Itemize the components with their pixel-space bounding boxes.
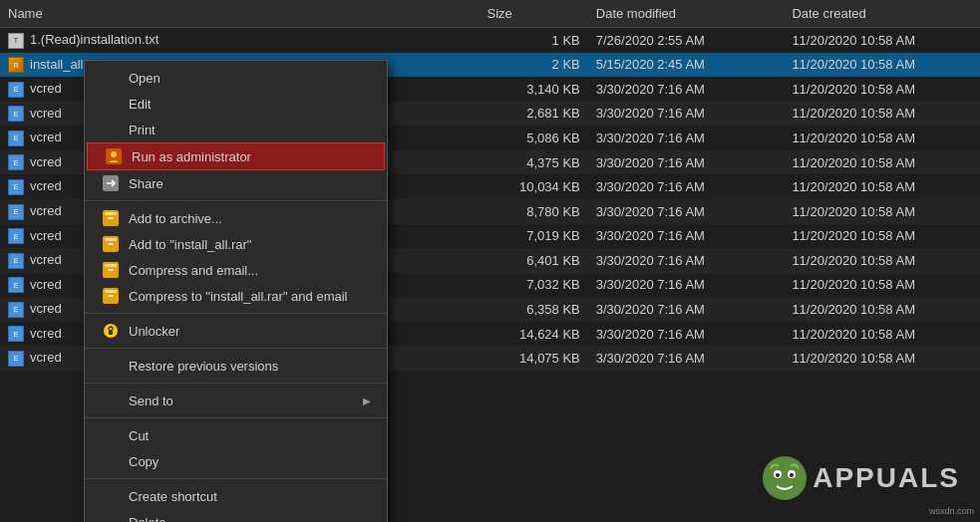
file-modified: 7/26/2020 2:55 AM: [588, 28, 785, 53]
archive-icon: [103, 210, 119, 226]
svg-rect-16: [109, 330, 113, 335]
menu-separator: [85, 313, 387, 314]
file-size: 6,401 KB: [480, 248, 588, 273]
submenu-arrow: ▶: [363, 395, 371, 406]
file-created: 11/20/2020 10:58 AM: [784, 199, 980, 224]
file-created: 11/20/2020 10:58 AM: [784, 346, 980, 371]
col-header-name[interactable]: Name: [0, 0, 480, 28]
menu-separator: [85, 417, 387, 418]
menu-item-label: Unlocker: [129, 324, 371, 339]
menu-item-icon: [101, 288, 121, 304]
context-menu-item-delete[interactable]: Delete: [85, 509, 387, 522]
context-menu-item-send-to[interactable]: Send to▶: [85, 388, 387, 413]
file-icon-exe: E: [8, 326, 24, 342]
menu-item-icon: [101, 96, 121, 112]
file-created: 11/20/2020 10:58 AM: [784, 248, 980, 273]
svg-rect-8: [108, 243, 114, 245]
file-modified: 3/30/2020 7:16 AM: [588, 102, 785, 127]
menu-item-label: Create shortcut: [129, 489, 371, 504]
file-size: 2,681 KB: [480, 102, 588, 127]
file-size: 14,075 KB: [480, 346, 588, 371]
menu-item-label: Delete: [129, 515, 371, 523]
menu-item-label: Add to "install_all.rar": [129, 237, 371, 252]
file-size: 1 KB: [480, 28, 588, 53]
menu-item-label: Cut: [129, 428, 371, 443]
context-menu-item-run-admin[interactable]: Run as administrator: [87, 142, 385, 170]
menu-item-icon: [101, 236, 121, 252]
file-modified: 3/30/2020 7:16 AM: [588, 126, 785, 150]
archive-icon: [103, 236, 119, 252]
col-header-created[interactable]: Date created: [784, 0, 980, 28]
wsxdn-label: wsxdn.com: [929, 506, 974, 516]
file-created: 11/20/2020 10:58 AM: [784, 28, 980, 53]
menu-item-icon: [101, 122, 121, 137]
file-modified: 3/30/2020 7:16 AM: [588, 273, 785, 298]
unlocker-icon: [103, 323, 119, 339]
watermark: APPUALS: [761, 454, 960, 502]
context-menu-item-compress-email[interactable]: Compress and email...: [85, 257, 387, 283]
file-size: 6,358 KB: [480, 297, 588, 322]
context-menu-item-add-archive[interactable]: Add to archive...: [85, 205, 387, 231]
file-icon-exe: E: [8, 130, 24, 146]
file-icon-exe: E: [8, 253, 24, 269]
svg-rect-7: [105, 238, 117, 241]
svg-rect-11: [108, 269, 114, 271]
file-icon-exe: E: [8, 82, 24, 98]
file-modified: 3/30/2020 7:16 AM: [588, 346, 785, 371]
file-size: 3,140 KB: [480, 77, 588, 102]
file-created: 11/20/2020 10:58 AM: [784, 174, 980, 199]
file-size: 14,624 KB: [480, 322, 588, 347]
menu-separator: [85, 348, 387, 349]
file-created: 11/20/2020 10:58 AM: [784, 224, 980, 249]
file-size: 7,032 KB: [480, 273, 588, 298]
context-menu-item-print[interactable]: Print: [85, 117, 387, 142]
menu-item-icon: [101, 70, 121, 86]
context-menu-item-compress-install-email[interactable]: Compress to "install_all.rar" and email: [85, 283, 387, 309]
menu-item-icon: [101, 514, 121, 522]
file-created: 11/20/2020 10:58 AM: [784, 53, 980, 78]
context-menu-item-share[interactable]: Share: [85, 170, 387, 196]
file-icon-exe: E: [8, 228, 24, 244]
menu-item-label: Add to archive...: [129, 211, 371, 226]
file-modified: 5/15/2020 2:45 AM: [588, 53, 785, 78]
context-menu-item-unlocker[interactable]: Unlocker: [85, 318, 387, 344]
menu-separator: [85, 200, 387, 201]
svg-rect-4: [105, 212, 117, 215]
file-modified: 3/30/2020 7:16 AM: [588, 297, 785, 322]
file-created: 11/20/2020 10:58 AM: [784, 126, 980, 150]
context-menu-item-open[interactable]: Open: [85, 65, 387, 91]
file-modified: 3/30/2020 7:16 AM: [588, 224, 785, 249]
archive-icon: [103, 288, 119, 304]
context-menu-item-restore[interactable]: Restore previous versions: [85, 353, 387, 379]
menu-item-label: Run as administrator: [132, 149, 368, 164]
col-header-size[interactable]: Size: [480, 0, 588, 28]
col-header-modified[interactable]: Date modified: [588, 0, 785, 28]
menu-item-icon: [101, 262, 121, 278]
menu-separator: [85, 478, 387, 479]
menu-item-icon: [101, 427, 121, 443]
context-menu-item-copy[interactable]: Copy: [85, 448, 387, 474]
menu-item-label: Print: [129, 123, 371, 137]
context-menu-item-add-install-rar[interactable]: Add to "install_all.rar": [85, 231, 387, 257]
file-icon-exe: E: [8, 351, 24, 367]
context-menu-item-cut[interactable]: Cut: [85, 422, 387, 448]
svg-rect-10: [105, 264, 117, 267]
file-modified: 3/30/2020 7:16 AM: [588, 150, 785, 175]
file-icon-exe: E: [8, 204, 24, 220]
file-icon-exe: E: [8, 179, 24, 195]
menu-item-label: Compress to "install_all.rar" and email: [129, 289, 371, 304]
context-menu-item-edit[interactable]: Edit: [85, 91, 387, 117]
file-icon-txt: T: [8, 33, 24, 49]
file-created: 11/20/2020 10:58 AM: [784, 297, 980, 322]
file-icon-archive: R: [8, 57, 24, 73]
appuals-icon: [761, 454, 809, 502]
file-icon-exe: E: [8, 302, 24, 318]
file-size: 10,034 KB: [480, 174, 588, 199]
file-size: 4,375 KB: [480, 150, 588, 175]
context-menu-item-create-shortcut[interactable]: Create shortcut: [85, 483, 387, 509]
table-row[interactable]: T1.(Read)installation.txt 1 KB 7/26/2020…: [0, 28, 980, 53]
archive-icon: [103, 262, 119, 278]
menu-item-label: Copy: [129, 454, 371, 469]
file-modified: 3/30/2020 7:16 AM: [588, 174, 785, 199]
file-created: 11/20/2020 10:58 AM: [784, 102, 980, 127]
